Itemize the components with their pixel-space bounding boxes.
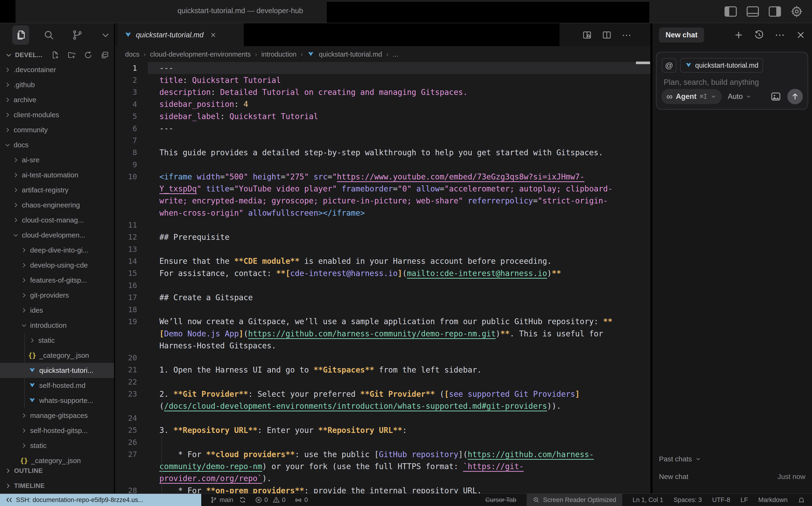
code-line[interactable]: [Demo Node.js App](https://github.com/ha… [115,328,651,340]
past-chats-toggle[interactable]: Past chats [659,455,701,463]
tree-folder-cloud-cost-manag-[interactable]: cloud-cost-manag... [0,213,114,228]
tree-folder--devcontainer[interactable]: .devcontainer [0,62,114,77]
tree-file-self-hosted-md[interactable]: self-hosted.md [0,378,114,393]
tree-file-whats-supporte-[interactable]: whats-supporte... [0,393,114,408]
tab-close-icon[interactable] [210,31,217,38]
send-button[interactable] [787,89,803,104]
code-line[interactable]: 3description: Detailed Tutorial on creat… [115,86,651,98]
cursor-position[interactable]: Ln 1, Col 1 [633,496,663,504]
tree-folder-artifact-registry[interactable]: artifact-registry [0,182,114,197]
indentation[interactable]: Spaces: 3 [673,496,702,504]
cursor-tab-toggle[interactable]: Cursor Tab [486,496,516,504]
past-chat-item[interactable]: New chat Just now [652,469,812,484]
code-line[interactable]: 11 [115,219,651,231]
attach-image-icon[interactable] [770,91,781,102]
tree-folder-self-hosted-gitsp-[interactable]: self-hosted-gitsp... [0,423,114,438]
breadcrumb-item[interactable]: introduction [261,51,296,58]
code-line[interactable]: 4sidebar_position: 4 [115,98,651,110]
code-line[interactable]: 16 [115,279,651,291]
code-line[interactable]: (/docs/cloud-development-environments/in… [115,400,651,412]
screen-reader-indicator[interactable]: Screen Reader Optimized [527,494,622,506]
code-line[interactable]: 22 [115,376,651,388]
code-line[interactable]: 15For assistance, contact: **[cde-intere… [115,267,651,279]
settings-gear-icon[interactable] [791,6,803,17]
code-line[interactable]: 12## Prerequisite [115,231,651,243]
language-mode[interactable]: Markdown [758,496,788,504]
code-line[interactable]: 2title: Quickstart Tutorial [115,74,651,86]
tree-folder-ai-test-automation[interactable]: ai-test-automation [0,167,114,182]
tree-folder-ides[interactable]: ides [0,303,114,318]
code-line[interactable]: 10<iframe width="500" height="275" src="… [115,171,651,183]
breadcrumb-item[interactable]: docs [125,51,139,58]
ports-indicator[interactable]: 0 [295,496,308,504]
remote-indicator[interactable]: SSH: documentation-repo-e5ifp9-8rzze4.us… [0,494,201,506]
chat-more-icon[interactable]: ⋯ [775,29,785,40]
tree-folder--github[interactable]: .github [0,77,114,92]
code-line[interactable]: 8This guide provides a detailed step-by-… [115,147,651,159]
split-editor-icon[interactable] [602,30,611,40]
code-line[interactable]: 1--- [115,62,651,74]
tree-folder-manage-gitspaces[interactable]: manage-gitspaces [0,408,114,423]
chat-composer[interactable]: @ quickstart-tutorial.md Plan, search, b… [656,52,808,110]
tree-folder-git-providers[interactable]: git-providers [0,288,114,303]
collapse-all-icon[interactable] [100,51,109,59]
code-line[interactable]: when-cross-origin" allowfullscreen></ifr… [115,207,651,219]
tab-quickstart-tutorial[interactable]: quickstart-tutorial.md [118,23,244,47]
code-line[interactable]: 9 [115,159,651,171]
chat-tab[interactable]: New chat [659,27,704,43]
new-folder-icon[interactable] [67,51,76,59]
code-line[interactable]: 13 [115,243,651,255]
toggle-panel-icon[interactable] [747,6,759,17]
tree-folder-introduction[interactable]: introduction [0,318,114,333]
tree-folder-archive[interactable]: archive [0,92,114,107]
code-line[interactable]: 18 [115,304,651,316]
code-line[interactable]: 24 [115,412,651,424]
tree-folder-static[interactable]: static [0,333,114,348]
tree-folder-static[interactable]: static [0,438,114,453]
sync-icon[interactable] [239,496,246,503]
code-line[interactable]: 7 [115,135,651,146]
tree-folder-ai-sre[interactable]: ai-sre [0,153,114,167]
chat-input-placeholder[interactable]: Plan, search, build anything [664,78,759,87]
code-area[interactable]: 1---2title: Quickstart Tutorial3descript… [115,62,651,497]
code-line[interactable]: write; encrypted-media; gyroscope; pictu… [115,195,651,207]
breadcrumb[interactable]: docs›cloud-development-environments›intr… [115,47,651,62]
agent-mode-selector[interactable]: ∞ Agent ⌘I [661,89,722,104]
outline-section[interactable]: OUTLINE [0,463,114,478]
branch-indicator[interactable]: main [210,496,246,504]
refresh-icon[interactable] [84,51,92,59]
code-line[interactable]: 27 * For **cloud providers**: use the pu… [115,448,651,460]
code-line[interactable]: Harness-Hosted Gitspaces. [115,340,651,352]
tree-folder-develop-using-cde[interactable]: develop-using-cde [0,258,114,273]
encoding[interactable]: UTF-8 [712,496,730,504]
breadcrumb-item[interactable]: cloud-development-environments [150,51,251,58]
code-line[interactable]: 232. **Git Provider**: Select your prefe… [115,388,651,400]
tree-folder-docs[interactable]: docs [0,138,114,153]
breadcrumb-item[interactable]: quickstart-tutorial.md [319,51,382,58]
toggle-right-sidebar-icon[interactable] [769,6,781,17]
new-chat-plus-icon[interactable] [734,30,743,40]
code-line[interactable]: community/demo-repo-nm) or your fork (us… [115,460,651,473]
code-line[interactable]: 26 [115,436,651,448]
toggle-left-sidebar-icon[interactable] [725,6,737,17]
tree-folder-cloud-developmen-[interactable]: cloud-developmen... [0,228,114,243]
code-line[interactable]: 17## Create a Gitspace [115,291,651,303]
chat-history-icon[interactable] [754,30,764,40]
timeline-section[interactable]: TIMELINE [0,479,114,493]
code-line[interactable]: 6--- [115,122,651,135]
tree-folder-deep-dive-into-gi-[interactable]: deep-dive-into-gi... [0,243,114,258]
add-context-button[interactable]: @ [662,58,676,73]
explorer-section-header[interactable]: DEVEL... [0,48,114,62]
tree-file-quickstart-tutori-[interactable]: quickstart-tutori... [0,363,114,378]
model-selector[interactable]: Auto [728,92,751,101]
new-file-icon[interactable] [51,51,60,59]
tree-folder-chaos-engineering[interactable]: chaos-engineering [0,197,114,213]
open-preview-icon[interactable] [582,30,592,40]
search-icon[interactable] [41,25,57,45]
code-line[interactable]: 19We’ll now create a Gitspace, we’ll use… [115,316,651,328]
code-line[interactable]: 5sidebar_label: Quickstart Tutorial [115,110,651,122]
eol[interactable]: LF [741,496,748,504]
tree-file--category-json[interactable]: {}_category_.json [0,348,114,363]
chat-close-icon[interactable] [796,30,805,40]
problems-indicator[interactable]: 0 0 [255,496,286,504]
